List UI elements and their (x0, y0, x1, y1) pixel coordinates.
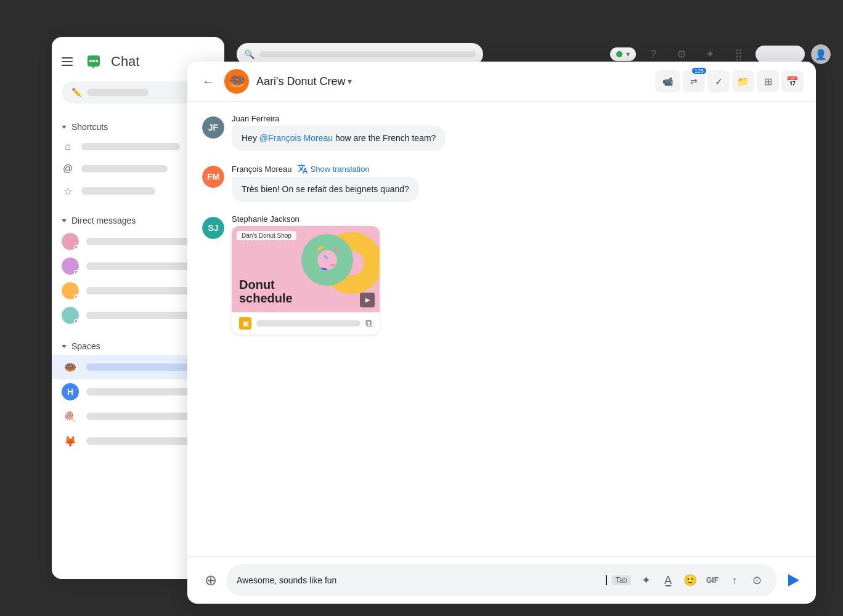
message-meta-stephanie: Stephanie Jackson (232, 214, 801, 224)
dm-avatar-4 (62, 307, 79, 324)
chat-window: ← 🍩 Aari's Donut Crew ▾ 📹 ⇄ 125 ✓ 📁 ⊞ 📅 (187, 62, 816, 604)
tab-badge: Tab (612, 575, 631, 585)
tasks-button[interactable]: ✓ (707, 70, 730, 92)
avatar-juan: JF (202, 116, 224, 139)
space-emoji-donut: 🍩 (62, 359, 79, 376)
group-emoji: 🍩 (229, 73, 245, 89)
message-meta-juan: Juan Ferreira (232, 114, 801, 123)
donut-gif-button[interactable]: ▶ (360, 293, 375, 307)
message-avatar-francois: FM (202, 166, 224, 188)
group-avatar: 🍩 (224, 69, 249, 94)
add-attachment-button[interactable]: ⊕ (200, 569, 222, 591)
gif-button[interactable]: GIF (702, 570, 722, 590)
shortcuts-chevron (62, 126, 67, 129)
message-bubble-francois: Très bien! On se refait des beignets qua… (232, 177, 419, 202)
shortcut-bar-home (81, 143, 180, 150)
new-chat-label-bar (87, 89, 149, 96)
dm-avatar-2 (62, 257, 79, 275)
message-content-francois: François Moreau Show translation Très bi… (232, 163, 801, 202)
translate-icon-button[interactable]: ⇄ 125 (683, 70, 705, 92)
space-emoji-candy: 🍭 (62, 408, 79, 425)
files-button[interactable]: 📁 (732, 70, 754, 92)
svg-point-3 (96, 60, 98, 62)
sender-stephanie: Stephanie Jackson (232, 214, 299, 224)
image-card-footer: ▣ ⧉ (232, 312, 380, 334)
shortcuts-label: Shortcuts (71, 122, 108, 132)
message-meta-francois: François Moreau Show translation (232, 163, 801, 174)
gemini-input-button[interactable]: ✦ (636, 570, 656, 590)
svg-point-8 (317, 250, 337, 270)
dm-status-4 (74, 319, 79, 324)
donut-title-text: Donutschedule (239, 278, 293, 305)
video-icon: 📹 (662, 76, 673, 86)
donut-image: Dan's Donut Shop Donutschedule ▶ (232, 226, 380, 312)
format-text-button[interactable]: A̲ (658, 570, 678, 590)
message-group-2: FM François Moreau Show translation Très… (202, 163, 801, 202)
message-avatar-stephanie: SJ (202, 217, 224, 239)
translate-badge: 125 (692, 68, 706, 74)
dm-avatar-3 (62, 282, 79, 299)
spaces-label: Spaces (71, 341, 100, 351)
dm-status-3 (74, 294, 79, 299)
snippets-button[interactable]: ⊞ (757, 70, 779, 92)
starred-icon: ☆ (62, 185, 74, 197)
dm-status-1 (74, 245, 79, 250)
svg-point-2 (92, 60, 95, 62)
cursor (606, 575, 607, 585)
input-actions: ✦ A̲ 🙂 GIF ↑ ⊙ (636, 570, 767, 590)
message-text-before: Hey (242, 133, 259, 143)
donut-shop-label: Dan's Donut Shop (237, 231, 296, 240)
status-indicator[interactable]: ▾ (610, 47, 636, 61)
chat-title-dropdown[interactable]: Aari's Donut Crew ▾ (256, 75, 352, 88)
send-arrow-icon (788, 574, 799, 586)
message-bubble-juan: Hey @François Moreau how are the French … (232, 126, 446, 151)
avatar-stephanie: SJ (202, 217, 224, 239)
google-chat-logo (84, 52, 104, 71)
back-button[interactable]: ← (200, 72, 217, 91)
message-avatar-juan: JF (202, 116, 224, 139)
input-text: Awesome, sounds like fun (237, 575, 601, 585)
shortcut-bar-mentions (81, 165, 168, 172)
gif-label: ▶ (365, 297, 370, 303)
sender-juan: Juan Ferreira (232, 114, 279, 123)
status-chevron: ▾ (626, 50, 630, 59)
dm-chevron (62, 219, 67, 222)
shortcut-bar-starred (81, 187, 155, 195)
dm-avatar-1 (62, 233, 79, 250)
header-actions: 📹 ⇄ 125 ✓ 📁 ⊞ 📅 (655, 70, 804, 92)
more-options-button[interactable]: ⊙ (747, 570, 767, 590)
translate-icon: ⇄ (690, 76, 698, 86)
menu-icon[interactable] (62, 54, 76, 69)
dm-status-2 (74, 270, 79, 275)
message-text-after: how are the French team? (333, 133, 436, 143)
message-group-1: JF Juan Ferreira Hey @François Moreau ho… (202, 114, 801, 151)
dm-label: Direct messages (71, 216, 136, 225)
translate-button[interactable]: Show translation (297, 163, 370, 174)
copy-icon[interactable]: ⧉ (365, 318, 372, 329)
message-content-stephanie: Stephanie Jackson (232, 214, 801, 334)
calendar-button[interactable]: 📅 (781, 70, 804, 92)
app-title: Chat (111, 54, 139, 70)
mentions-icon: @ (62, 163, 74, 175)
message-group-3: SJ Stephanie Jackson (202, 214, 801, 334)
upload-button[interactable]: ↑ (725, 570, 744, 590)
spaces-chevron (62, 345, 67, 348)
emoji-button[interactable]: 🙂 (680, 570, 700, 590)
message-input[interactable]: Awesome, sounds like fun Tab ✦ A̲ 🙂 GIF … (227, 564, 776, 596)
space-emoji-h: H (62, 383, 79, 400)
chat-header: ← 🍩 Aari's Donut Crew ▾ 📹 ⇄ 125 ✓ 📁 ⊞ 📅 (187, 62, 816, 102)
video-call-button[interactable]: 📹 (655, 70, 680, 92)
footer-bar (256, 320, 360, 326)
input-area: ⊕ Awesome, sounds like fun Tab ✦ A̲ 🙂 GI… (187, 556, 816, 604)
account-name-bar (755, 46, 805, 63)
space-emoji-fox: 🦊 (62, 432, 79, 450)
search-input-bar (259, 51, 476, 57)
slides-icon: ▣ (239, 317, 251, 330)
send-button[interactable] (781, 569, 804, 591)
message-content-juan: Juan Ferreira Hey @François Moreau how a… (232, 114, 801, 151)
chat-dropdown-arrow: ▾ (348, 76, 352, 86)
donut-title-overlay: Donutschedule (239, 278, 293, 305)
mention-francois[interactable]: @François Moreau (259, 133, 333, 143)
new-chat-icon: ✏️ (71, 87, 82, 97)
online-status-dot (616, 51, 622, 57)
